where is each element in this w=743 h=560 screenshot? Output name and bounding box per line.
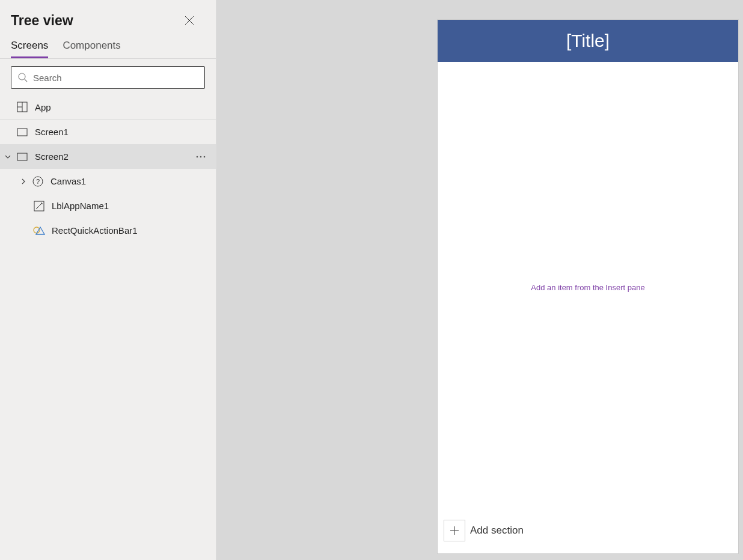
label-icon: [32, 199, 46, 213]
svg-rect-6: [17, 153, 27, 160]
search-wrap: [0, 59, 216, 95]
chevron-down-icon[interactable]: [0, 153, 16, 160]
svg-point-8: [200, 156, 202, 157]
canvas-body[interactable]: Add an item from the Insert pane: [438, 62, 738, 513]
svg-line-1: [25, 79, 27, 82]
canvas-frame[interactable]: [Title] Add an item from the Insert pane…: [438, 20, 738, 553]
canvas-area: [Title] Add an item from the Insert pane…: [216, 0, 743, 560]
tree-label-lblappname1: LblAppName1: [52, 201, 210, 211]
search-icon: [17, 72, 28, 83]
search-box[interactable]: [11, 66, 205, 89]
tree-item-rectquickactionbar1[interactable]: RectQuickActionBar1: [0, 218, 216, 243]
tree-view-tabs: Screens Components: [0, 36, 216, 59]
screen-icon: [16, 126, 29, 139]
app-icon: [16, 100, 29, 114]
svg-text:?: ?: [36, 178, 40, 185]
insert-hint-text[interactable]: Add an item from the Insert pane: [531, 283, 644, 292]
chevron-right-icon[interactable]: [16, 178, 31, 185]
screen-icon: [16, 150, 29, 163]
tree-label-canvas1: Canvas1: [50, 176, 210, 186]
tree-label-screen2: Screen2: [35, 151, 192, 162]
tree-list: App Screen1 Screen2 ?: [0, 95, 216, 243]
tree-view-title: Tree view: [11, 13, 73, 29]
plus-icon: [444, 520, 465, 541]
tree-item-app[interactable]: App: [0, 95, 216, 120]
app-title-text: [Title]: [566, 31, 610, 51]
close-icon: [185, 16, 194, 25]
more-options-button[interactable]: [192, 156, 210, 158]
add-section-button[interactable]: Add section: [444, 520, 524, 541]
tree-item-screen2[interactable]: Screen2: [0, 144, 216, 169]
close-panel-button[interactable]: [177, 8, 201, 32]
tree-label-screen1: Screen1: [35, 127, 210, 137]
svg-point-9: [204, 156, 206, 157]
svg-point-0: [19, 73, 25, 80]
ellipsis-icon: [196, 156, 206, 158]
tree-label-app: App: [35, 102, 210, 112]
tree-item-screen1[interactable]: Screen1: [0, 120, 216, 144]
tree-label-rectquickactionbar1: RectQuickActionBar1: [52, 225, 210, 236]
tree-item-canvas1[interactable]: ? Canvas1: [0, 169, 216, 193]
add-section-label: Add section: [470, 525, 524, 537]
app-title-bar[interactable]: [Title]: [438, 20, 738, 62]
tab-screens[interactable]: Screens: [11, 40, 48, 58]
tree-item-lblappname1[interactable]: LblAppName1: [0, 193, 216, 218]
shape-icon: [32, 224, 46, 237]
search-input[interactable]: [33, 73, 198, 83]
tab-components[interactable]: Components: [63, 40, 120, 58]
svg-point-7: [197, 156, 198, 157]
tree-view-panel: Tree view Screens Components App Screen1: [0, 0, 216, 560]
svg-rect-5: [17, 129, 27, 136]
tree-view-header: Tree view: [0, 0, 216, 36]
help-icon: ?: [31, 175, 44, 188]
